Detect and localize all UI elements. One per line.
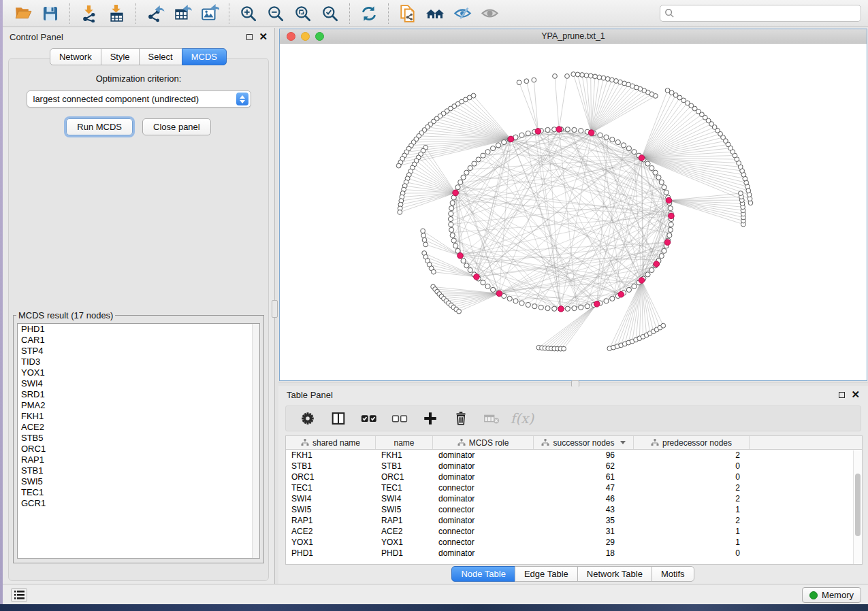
zoom-fit-icon[interactable]: [291, 2, 315, 25]
close-panel-button[interactable]: Close panel: [142, 118, 211, 135]
main-area: Control Panel ✕ NetworkStyleSelectMCDS O…: [3, 28, 868, 584]
table-row[interactable]: PHD1PHD1dominator180: [286, 548, 862, 559]
cell-successor-nodes: 35: [534, 515, 634, 526]
export-table-icon[interactable]: [171, 2, 194, 25]
table-row[interactable]: SWI5SWI5connector431: [286, 504, 862, 515]
zoom-out-icon[interactable]: [264, 2, 287, 25]
mcds-result-item[interactable]: ACE2: [18, 422, 259, 433]
import-network-icon[interactable]: [78, 2, 101, 25]
mcds-list-scrollbar[interactable]: [252, 324, 259, 558]
cell-mcds-role: dominator: [433, 450, 534, 461]
delete-column-icon[interactable]: [451, 409, 470, 428]
tab-mcds[interactable]: MCDS: [182, 48, 227, 65]
column-header-shared-name[interactable]: shared name: [286, 436, 376, 449]
table-row[interactable]: YOX1YOX1connector291: [286, 537, 862, 548]
column-label: name: [393, 438, 414, 448]
tab-motifs[interactable]: Motifs: [652, 566, 694, 582]
zoom-selected-icon[interactable]: [319, 2, 342, 25]
cell-successor-nodes: 18: [534, 548, 634, 559]
show-columns-icon[interactable]: [329, 409, 348, 428]
tab-edge-table[interactable]: Edge Table: [515, 566, 578, 582]
network-view-frame: YPA_prune.txt_1: [279, 29, 867, 381]
table-settings-icon[interactable]: [298, 409, 317, 428]
select-all-checkboxes-icon[interactable]: [359, 409, 379, 428]
column-header-predecessor-nodes[interactable]: predecessor nodes: [634, 436, 750, 449]
splitter-grip[interactable]: [272, 300, 278, 318]
cell-predecessor-nodes: 2: [634, 493, 750, 504]
table-row[interactable]: RAP1RAP1dominator352: [286, 515, 862, 526]
network-view-titlebar[interactable]: YPA_prune.txt_1: [280, 29, 867, 44]
run-mcds-button[interactable]: Run MCDS: [66, 118, 133, 135]
add-column-icon[interactable]: [421, 409, 440, 428]
cell-mcds-role: dominator: [433, 493, 534, 504]
cell-mcds-role: dominator: [433, 548, 534, 559]
export-image-icon[interactable]: [198, 2, 221, 25]
cell-mcds-role: dominator: [433, 515, 534, 526]
mcds-result-item[interactable]: TEC1: [18, 487, 259, 498]
mcds-result-item[interactable]: CAR1: [18, 335, 259, 346]
show-all-eye-icon[interactable]: [478, 2, 501, 25]
mcds-result-item[interactable]: PMA2: [18, 400, 259, 411]
open-file-icon[interactable]: [12, 2, 35, 25]
column-label: predecessor nodes: [662, 438, 732, 448]
mcds-result-item[interactable]: GCR1: [18, 498, 259, 509]
export-network-icon[interactable]: [144, 2, 167, 25]
column-header-successor-nodes[interactable]: successor nodes: [534, 436, 634, 449]
table-row[interactable]: STB1STB1dominator620: [286, 461, 862, 472]
hide-selected-eye-icon[interactable]: [451, 2, 474, 25]
cell-mcds-role: connector: [433, 482, 534, 493]
mcds-result-item[interactable]: STP4: [18, 346, 259, 357]
float-window-icon[interactable]: [839, 392, 845, 398]
table-row[interactable]: TEC1TEC1connector472: [286, 482, 862, 493]
search-input[interactable]: [677, 7, 856, 20]
column-header-mcds-role[interactable]: MCDS role: [433, 436, 534, 449]
cell-shared-name: PHD1: [286, 548, 376, 559]
tab-style[interactable]: Style: [101, 48, 140, 65]
mcds-result-item[interactable]: TID3: [18, 357, 259, 367]
network-graph[interactable]: [280, 44, 867, 380]
mcds-result-item[interactable]: SWI5: [18, 476, 259, 487]
tab-network[interactable]: Network: [50, 48, 101, 65]
table-row[interactable]: FKH1FKH1dominator962: [286, 450, 862, 461]
close-panel-icon[interactable]: ✕: [259, 33, 268, 40]
optimization-criterion-select[interactable]: largest connected component (undirected): [27, 90, 251, 108]
tab-network-table[interactable]: Network Table: [577, 566, 652, 582]
scrollbar-thumb[interactable]: [855, 474, 861, 536]
close-panel-icon[interactable]: ✕: [851, 391, 860, 398]
mcds-result-item[interactable]: PHD1: [18, 324, 259, 335]
houses-icon[interactable]: [423, 2, 447, 25]
horizontal-splitter[interactable]: [278, 382, 868, 386]
task-history-button[interactable]: [11, 588, 27, 602]
network-canvas[interactable]: [280, 44, 867, 380]
table-scrollbar[interactable]: [853, 450, 862, 564]
mcds-result-item[interactable]: ORC1: [18, 444, 259, 455]
table-row[interactable]: SWI4SWI4dominator462: [286, 493, 862, 504]
duplicate-network-icon[interactable]: [396, 2, 419, 25]
task-list-icon: [14, 591, 25, 599]
import-table-icon[interactable]: [105, 2, 128, 25]
refresh-layout-icon[interactable]: [357, 2, 381, 25]
mcds-result-item[interactable]: RAP1: [18, 455, 259, 465]
mcds-result-item[interactable]: YOX1: [18, 367, 259, 378]
mcds-result-item[interactable]: STB1: [18, 465, 259, 476]
tab-node-table[interactable]: Node Table: [451, 566, 515, 582]
float-window-icon[interactable]: [246, 34, 253, 40]
mcds-result-item[interactable]: SRD1: [18, 389, 259, 400]
unselect-all-checkboxes-icon[interactable]: [390, 409, 409, 428]
column-header-name[interactable]: name: [376, 436, 433, 449]
mcds-result-item[interactable]: SWI4: [18, 378, 259, 389]
mcds-result-item[interactable]: FKH1: [18, 411, 259, 422]
mcds-result-item[interactable]: STB5: [18, 433, 259, 444]
zoom-in-icon[interactable]: [237, 2, 260, 25]
memory-button[interactable]: Memory: [802, 587, 861, 603]
node-table: shared namenameMCDS rolesuccessor nodesp…: [285, 435, 863, 565]
column-label: shared name: [312, 438, 360, 448]
app-window: Control Panel ✕ NetworkStyleSelectMCDS O…: [3, 0, 868, 604]
tab-select[interactable]: Select: [139, 48, 182, 65]
cell-mcds-role: connector: [433, 526, 534, 537]
table-panel: Table Panel ✕: [278, 386, 868, 584]
table-row[interactable]: ORC1ORC1dominator610: [286, 472, 862, 482]
table-row[interactable]: ACE2ACE2connector311: [286, 526, 862, 537]
save-session-icon[interactable]: [39, 2, 62, 25]
right-area: YPA_prune.txt_1 Table Panel ✕: [278, 28, 868, 584]
